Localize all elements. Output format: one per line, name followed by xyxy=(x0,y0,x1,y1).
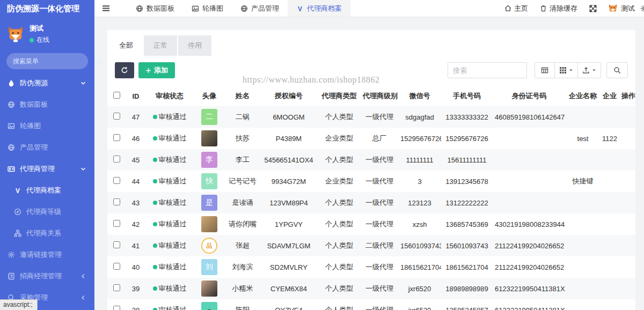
cell-id: 45 xyxy=(126,149,146,171)
cell-level-link[interactable]: 总厂 xyxy=(361,128,398,149)
sidebar-search-input[interactable] xyxy=(13,57,96,65)
cell-type: 个人类型 xyxy=(318,278,361,299)
filter-tab-1[interactable]: 正常 xyxy=(144,35,177,56)
cell-level-link[interactable]: 一级代理 xyxy=(361,106,398,128)
sidebar-item-0[interactable]: 防伪溯源 xyxy=(0,72,94,94)
avatar-photo xyxy=(201,216,217,232)
cell-level-link[interactable]: 一级代理 xyxy=(361,192,398,213)
topbar-tab-0[interactable]: 数据面板 xyxy=(127,0,183,17)
toolbar-button-group xyxy=(535,62,601,78)
sidebar-item-1[interactable]: 数据面板 xyxy=(0,94,94,115)
row-checkbox[interactable] xyxy=(113,284,120,291)
row-checkbox[interactable] xyxy=(113,241,120,248)
cell-idcard: 61232219950411381X xyxy=(493,299,566,310)
row-checkbox[interactable] xyxy=(113,306,120,310)
cell-idcard xyxy=(493,171,566,192)
clear-cache-link[interactable]: 清除缓存 xyxy=(534,0,583,17)
sidebar-item-7[interactable]: 代理商关系 xyxy=(0,223,94,244)
app-title: 防伪溯源一体化管理 xyxy=(0,0,94,17)
topbar-tab-1[interactable]: 轮播图 xyxy=(183,0,232,17)
topbar-tab-label: 数据面板 xyxy=(147,4,174,13)
refresh-button[interactable] xyxy=(115,62,134,78)
filter-tab-2[interactable]: 停用 xyxy=(178,35,211,56)
cell-level-link[interactable]: 一级代理 xyxy=(361,171,398,192)
cell-level-link[interactable]: 一级代理 xyxy=(361,213,398,235)
cell-level-link[interactable]: 一级代理 xyxy=(361,299,398,310)
cell-type: 个人类型 xyxy=(318,256,361,278)
sidebar-item-9[interactable]: 招商经理管理 xyxy=(0,265,94,287)
cell-enterprise: 1122 xyxy=(600,128,619,149)
avatar-text: 李 xyxy=(201,152,217,168)
hamburger-icon[interactable] xyxy=(94,0,118,17)
cell-company xyxy=(566,235,600,256)
table-search-input[interactable] xyxy=(448,62,527,78)
cell-type: 企业类型 xyxy=(318,171,361,192)
table-search-button[interactable] xyxy=(606,62,628,78)
row-checkbox[interactable] xyxy=(113,263,120,270)
cell-type: 个人类型 xyxy=(318,299,361,310)
cell-code: SD2MVLRY xyxy=(260,256,318,278)
drop-icon xyxy=(8,79,15,87)
row-checkbox[interactable] xyxy=(113,198,120,205)
cell-actions xyxy=(619,256,635,278)
cell-level-link[interactable]: 二级代理 xyxy=(361,235,398,256)
cell-wechat: 3 xyxy=(398,171,441,192)
row-checkbox[interactable] xyxy=(113,113,120,120)
row-checkbox[interactable] xyxy=(113,177,120,184)
cell-id: 38 xyxy=(126,299,146,310)
toolbar-group-button-0[interactable] xyxy=(535,62,555,78)
status-dot-icon xyxy=(153,265,157,269)
row-checkbox[interactable] xyxy=(113,220,120,227)
home-link[interactable]: 主页 xyxy=(499,0,534,17)
cell-id: 39 xyxy=(126,278,146,299)
cell-avatar: ● xyxy=(193,299,225,310)
compass-icon xyxy=(14,208,21,216)
topbar-tab-3[interactable]: V代理商档案 xyxy=(288,0,350,17)
toolbar-group-button-2[interactable] xyxy=(577,62,601,78)
home-icon xyxy=(504,5,511,12)
cell-wechat: jxr6520 xyxy=(398,278,441,299)
row-checkbox[interactable] xyxy=(113,134,120,141)
cell-id: 46 xyxy=(126,128,146,149)
sidebar-item-2[interactable]: 轮播图 xyxy=(0,115,94,137)
topbar-tab-2[interactable]: 产品管理 xyxy=(232,0,288,17)
cell-level-link[interactable]: 一级代理 xyxy=(361,278,398,299)
add-button[interactable]: 添加 xyxy=(138,62,175,78)
cell-level-link[interactable]: 一级代理 xyxy=(361,256,398,278)
row-checkbox[interactable] xyxy=(113,156,120,163)
filter-tab-0[interactable]: 全部 xyxy=(109,35,143,56)
cell-name: 是读诵 xyxy=(225,192,260,213)
topbar-user-name: 测试 xyxy=(621,4,635,13)
sidebar-search[interactable] xyxy=(6,53,88,69)
cell-phone: 15611111111 xyxy=(441,149,493,171)
topbar-user[interactable]: 测试 xyxy=(603,4,640,13)
cell-enterprise xyxy=(600,299,619,310)
image-icon xyxy=(192,5,199,12)
settings-gear-icon[interactable] xyxy=(640,5,644,12)
sidebar-menu: 防伪溯源 数据面板 轮播图 产品管理 代理商管理 V代理商档案 代理商等级 代理… xyxy=(0,72,94,308)
cell-wechat: 15601093743 xyxy=(398,235,441,256)
table-icon xyxy=(541,67,548,74)
expand-icon xyxy=(589,5,597,12)
export-icon xyxy=(582,67,590,74)
select-all-checkbox[interactable] xyxy=(113,92,120,99)
sidebar-item-3[interactable]: 产品管理 xyxy=(0,137,94,158)
sidebar-item-4[interactable]: 代理商管理 xyxy=(0,158,94,180)
cell-actions xyxy=(619,299,635,310)
cell-id: 40 xyxy=(126,256,146,278)
sidebar-item-5[interactable]: V代理商档案 xyxy=(0,180,94,201)
toolbar-group-button-1[interactable] xyxy=(554,62,578,78)
cell-avatar xyxy=(193,278,225,299)
sidebar-item-6[interactable]: 代理商等级 xyxy=(0,201,94,223)
avatar-text: 二 xyxy=(201,109,217,125)
cell-wechat: 15295676726 xyxy=(398,128,441,149)
table-row: 41 审核通过 品 张超 SDAVM7LGM 个人类型 二级代理 1560109… xyxy=(107,235,635,256)
fullscreen-button[interactable] xyxy=(583,0,603,17)
status-dot-icon xyxy=(153,243,157,248)
table-row: 39 审核通过 小糯米 CYEM6X84 个人类型 一级代理 jxr6520 1… xyxy=(107,278,635,299)
column-header-4: 授权编号 xyxy=(260,86,318,106)
sidebar-item-8[interactable]: 邀请链接管理 xyxy=(0,244,94,265)
sidebar-item-label: 产品管理 xyxy=(20,143,48,152)
status-dot-icon xyxy=(153,136,157,141)
cell-level-link[interactable]: 一级代理 xyxy=(361,149,398,171)
